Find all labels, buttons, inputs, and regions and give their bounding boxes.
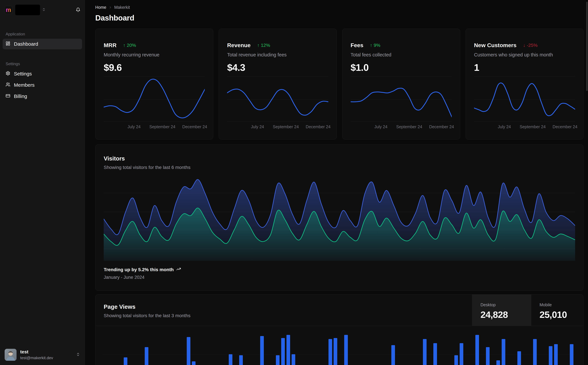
stat-title: Revenue: [227, 42, 251, 49]
stat-delta: ↓-25%: [523, 43, 538, 48]
x-axis-label: December 24: [306, 124, 331, 129]
x-axis-label: July 24: [128, 124, 141, 129]
user-menu[interactable]: test test@makerkit.dev: [3, 348, 82, 362]
pageviews-header: Page Views Showing total visitors for th…: [96, 295, 583, 326]
stat-subtitle: Total fees collected: [351, 52, 452, 58]
stat-title: Fees: [351, 42, 364, 49]
x-axis-label: September 24: [273, 124, 299, 129]
bar: [328, 339, 332, 365]
stat-title: New Customers: [474, 42, 517, 49]
sidebar-item-settings[interactable]: Settings: [3, 69, 82, 79]
stat-subtitle: Customers who signed up this month: [474, 52, 575, 58]
arrow-down-icon: ↓: [523, 43, 526, 48]
bar: [145, 347, 148, 365]
bell-icon: [76, 7, 80, 13]
arrow-up-icon: ↑: [257, 43, 260, 48]
x-axis-labels: July 24 September 24 December 24: [474, 124, 575, 130]
visitors-subtitle: Showing total visitors for the last 6 mo…: [104, 165, 575, 170]
stat-delta: ↑20%: [123, 43, 136, 48]
sparkline-chart-mrr: [104, 75, 205, 122]
org-switcher[interactable]: m: [3, 4, 82, 16]
chevron-right-icon: [109, 6, 112, 9]
x-axis-label: September 24: [396, 124, 422, 129]
breadcrumb-current: Makerkit: [114, 5, 130, 10]
bar: [502, 339, 505, 365]
chevrons-up-down-icon: [42, 8, 46, 12]
app-root: m Application Dashboard Settings: [0, 0, 588, 365]
logo: m: [4, 6, 13, 14]
block-value: 25,010: [540, 309, 583, 320]
stat-card-revenue: Revenue ↑12% Total revenue including fee…: [219, 29, 337, 140]
sidebar-item-dashboard[interactable]: Dashboard: [3, 39, 82, 49]
sidebar-item-label: Settings: [14, 71, 32, 77]
bar: [533, 339, 537, 365]
x-axis-label: December 24: [182, 124, 207, 129]
visitors-area-chart: [104, 175, 575, 261]
stat-block-desktop[interactable]: Desktop 24,828: [472, 295, 531, 326]
logo-letter: m: [6, 7, 11, 13]
x-axis-label: July 24: [374, 124, 387, 129]
user-email: test@makerkit.dev: [20, 356, 53, 360]
trending-up-icon: [176, 267, 181, 273]
sidebar-item-billing[interactable]: Billing: [3, 91, 82, 102]
sparkline-chart-new-customers: [474, 75, 575, 122]
pageviews-title: Page Views: [104, 303, 464, 310]
x-axis-label: July 24: [251, 124, 264, 129]
x-axis-label: December 24: [553, 124, 577, 129]
bar: [344, 335, 348, 365]
bar: [187, 337, 190, 365]
main-content: Home Makerkit Dashboard MRR ↑20% Monthly…: [85, 0, 588, 365]
x-axis-labels: July 24 September 24 December 24: [104, 124, 205, 130]
sidebar-section-settings: Settings: [6, 62, 79, 66]
breadcrumb: Home Makerkit: [95, 5, 583, 10]
bar: [554, 344, 558, 365]
block-label: Desktop: [480, 302, 531, 307]
stat-card-mrr: MRR ↑20% Monthly recurring revenue $9.6 …: [95, 29, 213, 140]
stat-value: $4.3: [227, 62, 328, 73]
bar: [334, 338, 337, 365]
page-title: Dashboard: [95, 14, 583, 22]
sidebar-item-label: Billing: [14, 93, 27, 99]
bar: [433, 343, 437, 365]
stat-card-fees: Fees ↑9% Total fees collected $1.0 July …: [342, 29, 460, 140]
arrow-up-icon: ↑: [123, 43, 125, 48]
stat-value: $9.6: [104, 62, 205, 73]
bar: [281, 338, 285, 365]
breadcrumb-home-link[interactable]: Home: [95, 5, 106, 10]
pageviews-subtitle: Showing total visitors for the last 3 mo…: [104, 313, 464, 318]
stat-value: $1.0: [351, 62, 452, 73]
bar: [124, 357, 127, 365]
bar: [286, 335, 290, 365]
stat-block-mobile[interactable]: Mobile 25,010: [531, 295, 583, 326]
bar: [391, 345, 395, 365]
chevrons-up-down-icon: [76, 352, 80, 357]
stat-subtitle: Monthly recurring revenue: [104, 52, 205, 58]
trend-text: Trending up by 5.2% this month: [104, 267, 174, 272]
x-axis-labels: July 24 September 24 December 24: [227, 124, 328, 130]
sidebar-item-members[interactable]: Members: [3, 80, 82, 90]
x-axis-label: September 24: [149, 124, 175, 129]
sidebar-section-application: Application: [6, 32, 79, 36]
scrollbar-thumb[interactable]: [586, 2, 588, 91]
notifications-button[interactable]: [76, 7, 80, 13]
pageviews-card: Page Views Showing total visitors for th…: [95, 294, 583, 365]
x-axis-label: July 24: [498, 124, 511, 129]
sidebar: m Application Dashboard Settings: [0, 0, 85, 365]
bar: [292, 354, 295, 365]
x-axis-label: September 24: [520, 124, 546, 129]
x-axis-labels: July 24 September 24 December 24: [351, 124, 452, 130]
bar: [486, 347, 490, 365]
bar: [276, 355, 280, 365]
sidebar-item-label: Dashboard: [14, 41, 38, 47]
bar: [460, 343, 463, 365]
user-meta: test test@makerkit.dev: [20, 349, 53, 360]
stat-value: 1: [474, 62, 575, 73]
visitors-card: Visitors Showing total visitors for the …: [95, 144, 583, 291]
bar: [454, 355, 458, 365]
bar: [570, 344, 574, 365]
stat-card-new-customers: New Customers ↓-25% Customers who signed…: [466, 29, 583, 140]
layout-dashboard-icon: [6, 41, 10, 47]
bar: [229, 354, 232, 365]
bar: [549, 346, 553, 365]
x-axis-label: December 24: [429, 124, 454, 129]
